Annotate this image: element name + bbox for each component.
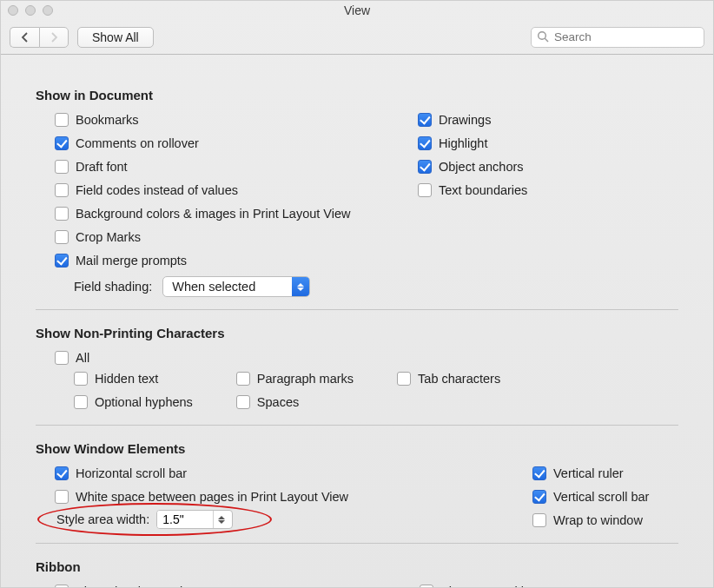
back-button[interactable] (10, 27, 39, 48)
svg-point-0 (539, 31, 546, 39)
label: Drawings (439, 109, 491, 130)
checkbox-highlight[interactable]: Highlight (418, 133, 527, 154)
divider (36, 309, 678, 310)
show-all-button[interactable]: Show All (77, 27, 154, 48)
label: White space between pages in Print Layou… (76, 486, 348, 507)
label: Mail merge prompts (76, 250, 187, 271)
label: Hidden text (95, 368, 158, 389)
label: Paragraph marks (257, 368, 354, 389)
label: Object anchors (439, 156, 524, 177)
label: Bookmarks (76, 109, 139, 130)
heading-ribbon: Ribbon (36, 559, 678, 574)
chevron-left-icon (21, 32, 29, 43)
label: Tab characters (418, 368, 500, 389)
svg-line-1 (545, 38, 548, 42)
checkbox-bookmarks[interactable]: Bookmarks (55, 109, 376, 130)
checkbox-drawings[interactable]: Drawings (418, 109, 527, 130)
label: Vertical ruler (553, 463, 624, 484)
label: Spaces (257, 392, 299, 413)
field-shading-value: When selected (163, 280, 292, 294)
divider (36, 543, 678, 544)
label: Draft font (76, 156, 128, 177)
field-shading-label: Field shading: (74, 280, 152, 294)
checkbox-comments-on-rollover[interactable]: Comments on rollover (55, 133, 376, 154)
checkbox-text-boundaries[interactable]: Text boundaries (418, 180, 527, 201)
label: Background colors & images in Print Layo… (76, 203, 350, 224)
checkbox-show-group-titles[interactable]: Show group titles (420, 581, 537, 588)
label: Show group titles (440, 581, 537, 588)
select-arrows-icon (292, 277, 309, 296)
style-area-input[interactable] (157, 511, 213, 528)
label: Optional hyphens (95, 392, 193, 413)
divider (36, 425, 678, 426)
checkbox-draft-font[interactable]: Draft font (55, 156, 376, 177)
checkbox-hidden-text[interactable]: Hidden text (74, 368, 193, 389)
window-title: View (1, 3, 713, 17)
nav-group (10, 27, 69, 48)
checkbox-bg-colors[interactable]: Background colors & images in Print Layo… (55, 203, 376, 224)
heading-window-elements: Show Window Elements (36, 441, 678, 456)
checkbox-spaces[interactable]: Spaces (236, 392, 354, 413)
label: Field codes instead of values (76, 180, 238, 201)
stepper-arrows-icon[interactable] (213, 511, 228, 528)
content: Show in Document Bookmarks Comments on r… (1, 55, 713, 588)
checkbox-show-developer-tab[interactable]: Show developer tab (55, 581, 402, 588)
label: All (76, 347, 89, 368)
checkbox-whitespace-pages[interactable]: White space between pages in Print Layou… (55, 486, 402, 507)
checkbox-object-anchors[interactable]: Object anchors (418, 156, 527, 177)
search-icon (537, 30, 549, 45)
label: Show developer tab (76, 581, 187, 588)
chevron-right-icon (50, 32, 58, 43)
checkbox-vertical-ruler[interactable]: Vertical ruler (532, 463, 649, 484)
checkbox-paragraph-marks[interactable]: Paragraph marks (236, 368, 354, 389)
style-area-row: Style area width: (56, 510, 402, 529)
search-field[interactable] (531, 27, 704, 48)
toolbar: Show All (1, 20, 713, 55)
forward-button[interactable] (39, 27, 69, 48)
checkbox-wrap-to-window[interactable]: Wrap to window (532, 510, 649, 531)
checkbox-horizontal-scroll[interactable]: Horizontal scroll bar (55, 463, 402, 484)
checkbox-all[interactable]: All (55, 347, 678, 368)
show-all-label: Show All (92, 30, 139, 44)
label: Vertical scroll bar (553, 486, 649, 507)
checkbox-vertical-scroll[interactable]: Vertical scroll bar (532, 486, 649, 507)
close-icon[interactable] (8, 5, 18, 16)
field-shading-select[interactable]: When selected (162, 276, 310, 297)
label: Highlight (439, 133, 487, 154)
label: Comments on rollover (76, 133, 199, 154)
checkbox-tab-characters[interactable]: Tab characters (397, 368, 500, 389)
zoom-icon[interactable] (43, 5, 53, 16)
heading-nonprinting: Show Non-Printing Characters (36, 326, 678, 340)
label: Crop Marks (76, 227, 141, 248)
heading-show-in-document: Show in Document (36, 88, 678, 102)
checkbox-field-codes[interactable]: Field codes instead of values (55, 180, 376, 201)
label: Text boundaries (439, 180, 527, 201)
label: Wrap to window (553, 510, 643, 531)
search-input[interactable] (531, 27, 704, 48)
checkbox-crop-marks[interactable]: Crop Marks (55, 227, 376, 248)
minimize-icon[interactable] (25, 5, 36, 16)
style-area-stepper[interactable] (156, 510, 233, 529)
label: Horizontal scroll bar (76, 463, 187, 484)
checkbox-optional-hyphens[interactable]: Optional hyphens (74, 392, 193, 413)
titlebar: View (1, 1, 713, 20)
preferences-window: View Show All Show in Document Bookmark (0, 0, 714, 588)
traffic-lights (8, 5, 53, 16)
style-area-label: Style area width: (56, 512, 149, 526)
checkbox-mail-merge[interactable]: Mail merge prompts (55, 250, 376, 271)
